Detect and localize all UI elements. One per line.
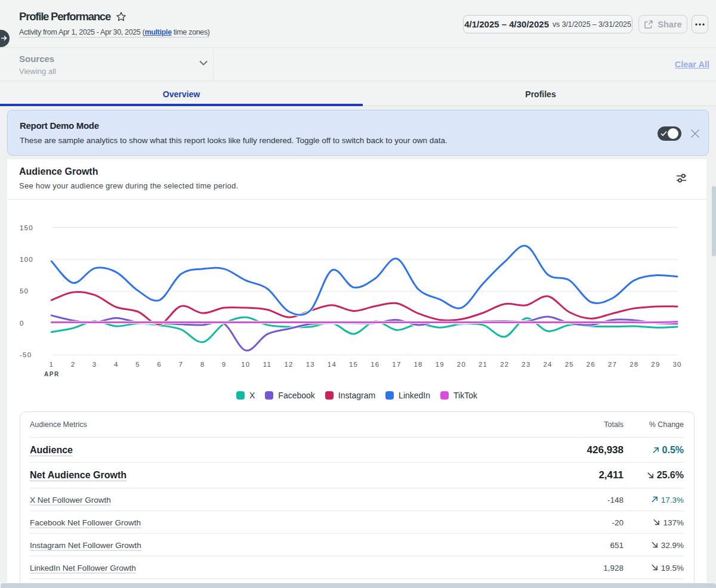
svg-text:20: 20	[457, 361, 466, 368]
svg-text:17: 17	[392, 361, 401, 368]
svg-text:16: 16	[371, 361, 379, 368]
svg-text:5: 5	[135, 361, 140, 368]
svg-text:29: 29	[651, 361, 660, 368]
svg-text:22: 22	[500, 361, 509, 368]
svg-text:3: 3	[92, 361, 97, 368]
svg-text:150: 150	[20, 224, 33, 231]
svg-text:9: 9	[222, 361, 227, 368]
svg-text:14: 14	[328, 361, 337, 368]
svg-text:15: 15	[349, 361, 358, 368]
svg-text:21: 21	[479, 361, 487, 368]
svg-text:4: 4	[114, 361, 119, 368]
svg-text:30: 30	[672, 361, 681, 368]
svg-text:23: 23	[521, 361, 530, 368]
svg-text:100: 100	[20, 256, 33, 263]
svg-text:25: 25	[565, 361, 574, 368]
svg-text:50: 50	[20, 287, 29, 295]
svg-text:8: 8	[200, 361, 205, 368]
svg-text:7: 7	[178, 361, 183, 368]
svg-text:12: 12	[284, 361, 293, 368]
svg-text:-50: -50	[20, 351, 32, 358]
svg-text:18: 18	[413, 361, 422, 368]
svg-text:28: 28	[629, 361, 638, 368]
svg-text:24: 24	[543, 361, 552, 368]
svg-text:6: 6	[157, 361, 162, 368]
svg-text:10: 10	[241, 361, 250, 368]
svg-text:0: 0	[20, 320, 24, 327]
svg-text:11: 11	[263, 361, 271, 368]
svg-text:19: 19	[436, 361, 445, 368]
svg-text:1: 1	[49, 361, 54, 368]
svg-text:27: 27	[608, 361, 617, 368]
svg-text:2: 2	[71, 361, 76, 368]
svg-text:APR: APR	[44, 371, 60, 377]
svg-text:13: 13	[306, 361, 315, 368]
svg-text:26: 26	[587, 361, 595, 368]
